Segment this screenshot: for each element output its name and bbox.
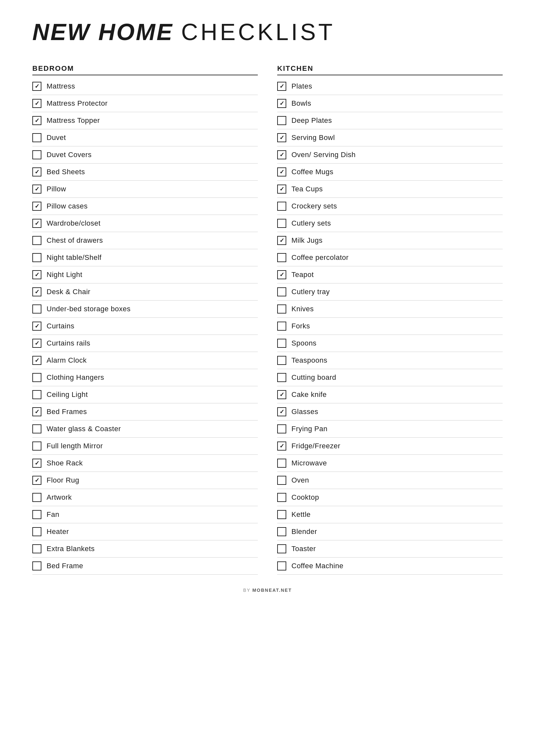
checkbox[interactable] [32, 133, 42, 142]
checkbox[interactable] [277, 116, 286, 125]
checkbox[interactable] [277, 236, 286, 245]
checkbox[interactable] [32, 476, 42, 485]
item-label: Cutlery sets [292, 219, 331, 228]
list-item: Oven [277, 472, 503, 489]
checkbox[interactable] [277, 202, 286, 211]
checkbox[interactable] [277, 185, 286, 194]
item-label: Mattress Topper [46, 116, 100, 125]
checkbox[interactable] [277, 459, 286, 468]
item-label: Frying Pan [292, 425, 327, 433]
checkbox[interactable] [32, 459, 42, 468]
checkbox[interactable] [32, 236, 42, 245]
list-item: Teaspoons [277, 352, 503, 369]
checkbox[interactable] [32, 561, 42, 571]
checkbox[interactable] [277, 99, 286, 108]
list-item: Oven/ Serving Dish [277, 147, 503, 164]
title-part1: NEW HOME [32, 19, 173, 45]
item-label: Mattress [46, 82, 75, 91]
checkbox[interactable] [32, 356, 42, 365]
list-item: Night Light [32, 266, 258, 284]
list-item: Shoe Rack [32, 455, 258, 472]
section-title-bedroom: BEDROOM [32, 64, 258, 75]
checkbox[interactable] [277, 356, 286, 365]
checkbox[interactable] [32, 305, 42, 313]
checkbox[interactable] [32, 185, 42, 194]
checkbox[interactable] [32, 527, 42, 536]
item-label: Cutting board [292, 373, 336, 382]
checkbox[interactable] [277, 339, 286, 348]
list-item: Cutlery sets [277, 215, 503, 232]
checkbox[interactable] [32, 424, 42, 433]
page-title: NEW HOME CHECKLIST [32, 19, 503, 45]
footer-brand: MOBNEAT.NET [252, 588, 292, 593]
item-label: Spoons [292, 339, 317, 347]
checkbox[interactable] [32, 390, 42, 399]
item-label: Extra Blankets [46, 545, 95, 553]
checkbox[interactable] [32, 442, 42, 450]
item-label: Water glass & Coaster [46, 425, 121, 433]
checkbox[interactable] [32, 99, 42, 108]
checkbox[interactable] [277, 561, 286, 571]
list-item: Milk Jugs [277, 232, 503, 249]
checkbox[interactable] [32, 82, 42, 91]
checkbox[interactable] [277, 373, 286, 382]
checkbox[interactable] [32, 493, 42, 502]
list-item: Glasses [277, 403, 503, 420]
checkbox[interactable] [32, 167, 42, 176]
checkbox[interactable] [277, 390, 286, 399]
item-label: Toaster [292, 545, 316, 553]
list-item: Ceiling Light [32, 386, 258, 403]
checkbox[interactable] [277, 219, 286, 228]
item-label: Pillow cases [46, 202, 88, 210]
list-item: Desk & Chair [32, 284, 258, 301]
checkbox[interactable] [277, 270, 286, 279]
checkbox[interactable] [32, 287, 42, 296]
checkbox[interactable] [277, 133, 286, 142]
item-label: Alarm Clock [46, 356, 87, 364]
checkbox[interactable] [277, 150, 286, 159]
checkbox[interactable] [277, 510, 286, 519]
checkbox[interactable] [32, 253, 42, 262]
checkbox[interactable] [277, 527, 286, 536]
checkbox[interactable] [277, 476, 286, 485]
list-item: Teapot [277, 266, 503, 284]
item-label: Coffee percolator [292, 254, 349, 262]
list-item: Cooktop [277, 489, 503, 506]
list-item: Bowls [277, 95, 503, 112]
checkbox[interactable] [32, 339, 42, 348]
checkbox[interactable] [32, 150, 42, 159]
checkbox[interactable] [277, 305, 286, 313]
checkbox[interactable] [277, 424, 286, 433]
item-label: Shoe Rack [46, 459, 83, 467]
list-item: Mattress Topper [32, 112, 258, 129]
list-item: Coffee Mugs [277, 164, 503, 181]
checkbox[interactable] [277, 253, 286, 262]
checkbox[interactable] [32, 219, 42, 228]
checkbox[interactable] [32, 322, 42, 331]
checkbox[interactable] [32, 510, 42, 519]
checkbox[interactable] [32, 407, 42, 416]
list-item: Duvet Covers [32, 147, 258, 164]
column-kitchen: KITCHENPlatesBowlsDeep PlatesServing Bow… [277, 64, 503, 575]
checkbox[interactable] [277, 493, 286, 502]
list-item: Water glass & Coaster [32, 420, 258, 438]
checkbox[interactable] [277, 442, 286, 450]
checkbox[interactable] [32, 373, 42, 382]
checkbox[interactable] [277, 322, 286, 331]
checkbox[interactable] [32, 202, 42, 211]
item-label: Teaspoons [292, 356, 327, 364]
item-label: Knives [292, 305, 314, 313]
checkbox[interactable] [277, 82, 286, 91]
list-item: Alarm Clock [32, 352, 258, 369]
item-label: Full length Mirror [46, 442, 103, 450]
checkbox[interactable] [277, 544, 286, 554]
checkbox[interactable] [277, 287, 286, 296]
checkbox[interactable] [32, 116, 42, 125]
checkbox[interactable] [32, 544, 42, 554]
checkbox[interactable] [277, 167, 286, 176]
item-label: Blender [292, 527, 317, 536]
checkbox[interactable] [277, 407, 286, 416]
list-item: Toaster [277, 540, 503, 557]
checkbox[interactable] [32, 270, 42, 279]
item-label: Duvet Covers [46, 150, 92, 159]
